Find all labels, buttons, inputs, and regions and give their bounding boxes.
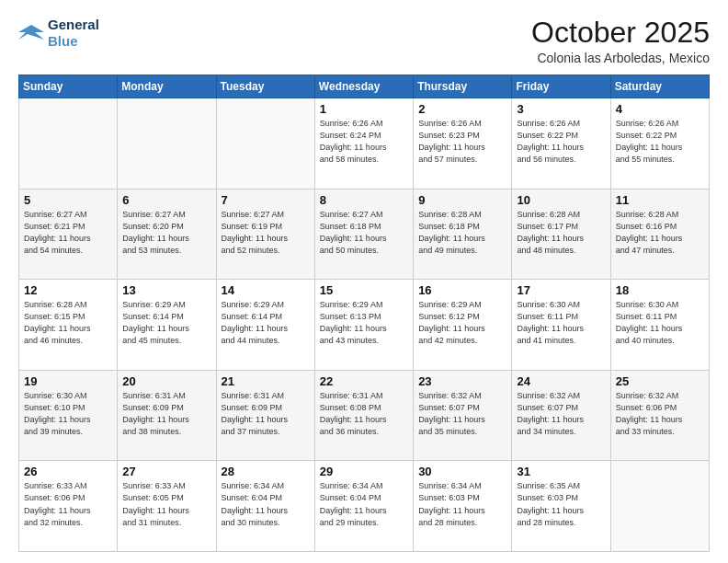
month-title: October 2025: [531, 17, 710, 49]
day-info: Sunrise: 6:34 AMSunset: 6:04 PMDaylight:…: [222, 480, 310, 528]
calendar-day-cell: 25Sunrise: 6:32 AMSunset: 6:06 PMDayligh…: [610, 370, 709, 461]
day-info: Sunrise: 6:29 AMSunset: 6:14 PMDaylight:…: [222, 299, 310, 347]
calendar-day-cell: 8Sunrise: 6:27 AMSunset: 6:18 PMDaylight…: [314, 189, 413, 280]
calendar-day-cell: 7Sunrise: 6:27 AMSunset: 6:19 PMDaylight…: [216, 189, 314, 280]
calendar-day-cell: 19Sunrise: 6:30 AMSunset: 6:10 PMDayligh…: [19, 370, 118, 461]
calendar-day-cell: [610, 461, 709, 552]
day-number: 24: [517, 374, 605, 388]
calendar-day-cell: 28Sunrise: 6:34 AMSunset: 6:04 PMDayligh…: [216, 461, 314, 552]
day-info: Sunrise: 6:26 AMSunset: 6:23 PMDaylight:…: [418, 118, 506, 166]
calendar-day-cell: 31Sunrise: 6:35 AMSunset: 6:03 PMDayligh…: [512, 461, 610, 552]
calendar-week-row: 19Sunrise: 6:30 AMSunset: 6:10 PMDayligh…: [19, 370, 710, 461]
calendar-day-cell: 21Sunrise: 6:31 AMSunset: 6:09 PMDayligh…: [216, 370, 314, 461]
calendar-day-cell: 17Sunrise: 6:30 AMSunset: 6:11 PMDayligh…: [512, 280, 610, 371]
day-number: 26: [24, 465, 112, 478]
day-number: 10: [517, 193, 605, 207]
day-info: Sunrise: 6:33 AMSunset: 6:05 PMDaylight:…: [122, 480, 210, 528]
svg-marker-0: [18, 25, 44, 40]
day-info: Sunrise: 6:30 AMSunset: 6:11 PMDaylight:…: [517, 299, 605, 347]
calendar-day-cell: 4Sunrise: 6:26 AMSunset: 6:22 PMDaylight…: [610, 98, 709, 190]
calendar-day-cell: 27Sunrise: 6:33 AMSunset: 6:05 PMDayligh…: [118, 461, 216, 552]
day-number: 8: [320, 193, 408, 207]
calendar-day-cell: 12Sunrise: 6:28 AMSunset: 6:15 PMDayligh…: [19, 280, 118, 371]
calendar-day-cell: 13Sunrise: 6:29 AMSunset: 6:14 PMDayligh…: [118, 280, 216, 371]
calendar-day-cell: 18Sunrise: 6:30 AMSunset: 6:11 PMDayligh…: [610, 280, 709, 371]
day-number: 7: [222, 193, 310, 207]
day-number: 22: [320, 374, 408, 388]
day-info: Sunrise: 6:32 AMSunset: 6:07 PMDaylight:…: [418, 390, 506, 438]
day-info: Sunrise: 6:26 AMSunset: 6:22 PMDaylight:…: [616, 118, 704, 166]
day-number: 9: [418, 193, 506, 207]
day-info: Sunrise: 6:30 AMSunset: 6:10 PMDaylight:…: [24, 390, 112, 438]
calendar-day-cell: 15Sunrise: 6:29 AMSunset: 6:13 PMDayligh…: [314, 280, 413, 371]
calendar-day-cell: 6Sunrise: 6:27 AMSunset: 6:20 PMDaylight…: [118, 189, 216, 280]
calendar-day-cell: 29Sunrise: 6:34 AMSunset: 6:04 PMDayligh…: [314, 461, 413, 552]
day-number: 29: [320, 465, 408, 478]
day-number: 19: [24, 374, 112, 388]
logo-icon: [18, 23, 44, 43]
weekday-header-friday: Friday: [512, 75, 610, 98]
header: General Blue October 2025 Colonia las Ar…: [18, 17, 710, 65]
day-info: Sunrise: 6:33 AMSunset: 6:06 PMDaylight:…: [24, 480, 112, 528]
calendar-day-cell: 5Sunrise: 6:27 AMSunset: 6:21 PMDaylight…: [19, 189, 118, 280]
day-info: Sunrise: 6:27 AMSunset: 6:21 PMDaylight:…: [24, 209, 112, 257]
day-number: 23: [418, 374, 506, 388]
weekday-header-wednesday: Wednesday: [314, 75, 413, 98]
weekday-header-saturday: Saturday: [610, 75, 709, 98]
day-info: Sunrise: 6:27 AMSunset: 6:20 PMDaylight:…: [122, 209, 210, 257]
weekday-header-monday: Monday: [118, 75, 216, 98]
day-info: Sunrise: 6:29 AMSunset: 6:14 PMDaylight:…: [122, 299, 210, 347]
day-info: Sunrise: 6:31 AMSunset: 6:08 PMDaylight:…: [320, 390, 408, 438]
calendar-week-row: 5Sunrise: 6:27 AMSunset: 6:21 PMDaylight…: [19, 189, 710, 280]
day-number: 31: [517, 465, 605, 478]
day-info: Sunrise: 6:35 AMSunset: 6:03 PMDaylight:…: [517, 480, 605, 528]
day-number: 14: [222, 283, 310, 297]
calendar-day-cell: 9Sunrise: 6:28 AMSunset: 6:18 PMDaylight…: [414, 189, 512, 280]
day-number: 5: [24, 193, 112, 207]
day-info: Sunrise: 6:26 AMSunset: 6:22 PMDaylight:…: [517, 118, 605, 166]
location-subtitle: Colonia las Arboledas, Mexico: [531, 51, 710, 65]
day-number: 28: [222, 465, 310, 478]
day-number: 27: [122, 465, 210, 478]
calendar-day-cell: 1Sunrise: 6:26 AMSunset: 6:24 PMDaylight…: [314, 98, 413, 190]
day-info: Sunrise: 6:31 AMSunset: 6:09 PMDaylight:…: [122, 390, 210, 438]
calendar-day-cell: 30Sunrise: 6:34 AMSunset: 6:03 PMDayligh…: [414, 461, 512, 552]
calendar-week-row: 26Sunrise: 6:33 AMSunset: 6:06 PMDayligh…: [19, 461, 710, 552]
day-info: Sunrise: 6:27 AMSunset: 6:19 PMDaylight:…: [222, 209, 310, 257]
page: General Blue October 2025 Colonia las Ar…: [0, 0, 728, 563]
day-info: Sunrise: 6:30 AMSunset: 6:11 PMDaylight:…: [616, 299, 704, 347]
day-info: Sunrise: 6:31 AMSunset: 6:09 PMDaylight:…: [222, 390, 310, 438]
calendar-day-cell: [216, 98, 314, 190]
day-info: Sunrise: 6:27 AMSunset: 6:18 PMDaylight:…: [320, 209, 408, 257]
calendar-day-cell: [118, 98, 216, 190]
day-info: Sunrise: 6:26 AMSunset: 6:24 PMDaylight:…: [320, 118, 408, 166]
calendar-week-row: 1Sunrise: 6:26 AMSunset: 6:24 PMDaylight…: [19, 98, 710, 190]
weekday-header-row: SundayMondayTuesdayWednesdayThursdayFrid…: [19, 75, 710, 98]
day-info: Sunrise: 6:28 AMSunset: 6:15 PMDaylight:…: [24, 299, 112, 347]
day-number: 15: [320, 283, 408, 297]
day-number: 2: [418, 102, 506, 116]
day-number: 20: [122, 374, 210, 388]
calendar-day-cell: 26Sunrise: 6:33 AMSunset: 6:06 PMDayligh…: [19, 461, 118, 552]
day-number: 12: [24, 283, 112, 297]
day-number: 17: [517, 283, 605, 297]
calendar-day-cell: [19, 98, 118, 190]
calendar-day-cell: 14Sunrise: 6:29 AMSunset: 6:14 PMDayligh…: [216, 280, 314, 371]
logo: General Blue: [18, 17, 99, 50]
calendar-day-cell: 3Sunrise: 6:26 AMSunset: 6:22 PMDaylight…: [512, 98, 610, 190]
calendar-week-row: 12Sunrise: 6:28 AMSunset: 6:15 PMDayligh…: [19, 280, 710, 371]
day-number: 11: [616, 193, 704, 207]
calendar-day-cell: 11Sunrise: 6:28 AMSunset: 6:16 PMDayligh…: [610, 189, 709, 280]
calendar-day-cell: 10Sunrise: 6:28 AMSunset: 6:17 PMDayligh…: [512, 189, 610, 280]
day-info: Sunrise: 6:29 AMSunset: 6:13 PMDaylight:…: [320, 299, 408, 347]
calendar-table: SundayMondayTuesdayWednesdayThursdayFrid…: [18, 75, 710, 552]
day-number: 25: [616, 374, 704, 388]
day-number: 6: [122, 193, 210, 207]
day-info: Sunrise: 6:28 AMSunset: 6:18 PMDaylight:…: [418, 209, 506, 257]
calendar-day-cell: 22Sunrise: 6:31 AMSunset: 6:08 PMDayligh…: [314, 370, 413, 461]
weekday-header-tuesday: Tuesday: [216, 75, 314, 98]
day-number: 16: [418, 283, 506, 297]
day-number: 18: [616, 283, 704, 297]
day-info: Sunrise: 6:34 AMSunset: 6:04 PMDaylight:…: [320, 480, 408, 528]
weekday-header-sunday: Sunday: [19, 75, 118, 98]
